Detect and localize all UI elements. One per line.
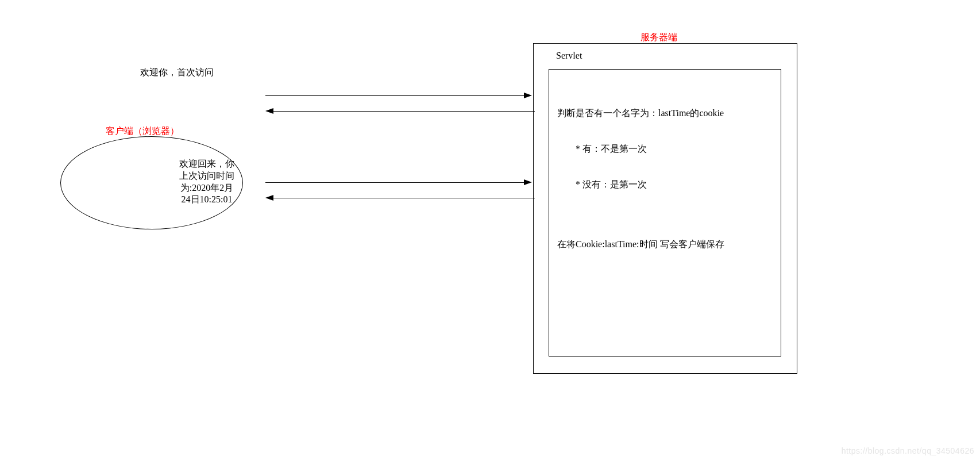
arrow-1-right-line [265,95,527,96]
arrow-2-left-line [273,198,535,198]
arrow-2-right-head [524,179,532,185]
welcome-back-line4: 24日10:25:01 [169,194,244,206]
servlet-logic-line1: 判断是否有一个名字为：lastTime的cookie [557,108,724,120]
watermark: https://blog.csdn.net/qq_34504626 [842,446,974,455]
servlet-logic: 判断是否有一个名字为：lastTime的cookie * 有：不是第一次 * 没… [557,83,724,263]
servlet-logic-line2: * 有：不是第一次 [557,143,724,155]
servlet-logic-line5: 在将Cookie:lastTime:时间 写会客户端保存 [557,239,724,251]
welcome-back-text: 欢迎回来，你 上次访问时间 为:2020年2月 24日10:25:01 [169,158,244,206]
arrow-1-left-line [273,111,535,112]
welcome-back-line3: 为:2020年2月 [169,182,244,194]
server-label: 服务器端 [641,32,677,44]
arrow-2-right-line [265,182,527,183]
servlet-label: Servlet [556,51,582,61]
arrow-1-left-head [265,108,273,114]
first-visit-text: 欢迎你，首次访问 [140,67,214,79]
arrow-2-left-head [265,195,273,201]
servlet-logic-line3: * 没有：是第一次 [557,179,724,191]
client-label: 客户端（浏览器） [106,125,179,137]
welcome-back-line1: 欢迎回来，你 [169,158,244,170]
welcome-back-line2: 上次访问时间 [169,170,244,182]
arrow-1-right-head [524,93,532,98]
